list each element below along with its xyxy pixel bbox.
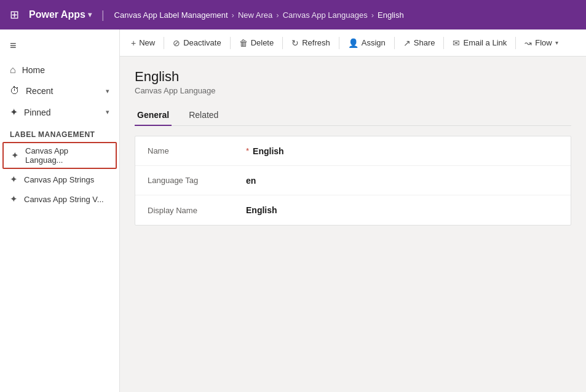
entity-languages-icon: ✦ bbox=[11, 150, 19, 161]
delete-button[interactable]: 🗑 Delete bbox=[233, 34, 280, 52]
delete-icon: 🗑 bbox=[239, 38, 248, 48]
pinned-icon: ✦ bbox=[10, 106, 18, 118]
home-icon: ⌂ bbox=[10, 65, 16, 76]
cmd-sep-2 bbox=[230, 37, 231, 49]
field-label-display-name: Display Name bbox=[148, 206, 246, 215]
new-label: New bbox=[139, 38, 155, 47]
waffle-icon[interactable]: ⊞ bbox=[7, 6, 22, 24]
record-area: English Canvas App Language General Rela… bbox=[120, 57, 586, 392]
brand-logo[interactable]: Power Apps ▾ bbox=[29, 9, 92, 20]
share-label: Share bbox=[414, 38, 435, 47]
assign-label: Assign bbox=[362, 38, 386, 47]
breadcrumb-sep-2: › bbox=[276, 10, 279, 20]
sidebar-item-pinned[interactable]: ✦ Pinned ▾ bbox=[0, 101, 119, 123]
sidebar-item-canvas-app-strings[interactable]: ✦ Canvas App Strings bbox=[0, 170, 119, 189]
cmd-sep-3 bbox=[282, 37, 283, 49]
delete-label: Delete bbox=[251, 38, 274, 47]
breadcrumb-item-1[interactable]: New Area bbox=[238, 10, 272, 20]
form-row-name: Name * English bbox=[135, 136, 571, 166]
deactivate-icon: ⊘ bbox=[173, 38, 180, 48]
breadcrumb-item-2[interactable]: Canvas App Languages bbox=[283, 10, 368, 20]
flow-chevron-icon: ▾ bbox=[555, 39, 558, 46]
share-button[interactable]: ↗ Share bbox=[397, 34, 441, 52]
sidebar-toggle-button[interactable]: ≡ bbox=[0, 34, 119, 57]
refresh-label: Refresh bbox=[302, 38, 330, 47]
cmd-sep-1 bbox=[164, 37, 164, 49]
recent-icon: ⏱ bbox=[10, 85, 20, 96]
assign-icon: 👤 bbox=[348, 38, 358, 48]
deactivate-label: Deactivate bbox=[183, 38, 221, 47]
main-content: + New ⊘ Deactivate 🗑 Delete ↻ Refresh 👤 … bbox=[120, 29, 586, 392]
sidebar-section-label: Label Management bbox=[0, 123, 119, 141]
flow-button[interactable]: ↝ Flow ▾ bbox=[518, 34, 564, 52]
form-row-language-tag: Language Tag en bbox=[135, 166, 571, 195]
sidebar-item-canvas-app-languages[interactable]: ✦ Canvas App Languag... bbox=[2, 142, 117, 169]
entity-strings-icon: ✦ bbox=[10, 174, 18, 185]
email-icon: ✉ bbox=[453, 38, 460, 48]
record-title: English bbox=[135, 69, 571, 85]
command-bar: + New ⊘ Deactivate 🗑 Delete ↻ Refresh 👤 … bbox=[120, 29, 586, 57]
pinned-chevron-icon: ▾ bbox=[106, 108, 109, 116]
sidebar-item-canvas-app-string-v[interactable]: ✦ Canvas App String V... bbox=[0, 189, 119, 209]
field-label-language-tag: Language Tag bbox=[148, 176, 246, 185]
refresh-icon: ↻ bbox=[291, 38, 299, 48]
brand-name: Power Apps bbox=[29, 9, 85, 20]
app-layout: ≡ ⌂ Home ⏱ Recent ▾ ✦ Pinned ▾ Label Man… bbox=[0, 29, 586, 392]
share-icon: ↗ bbox=[403, 38, 411, 48]
form-row-display-name: Display Name English bbox=[135, 195, 571, 225]
entity-languages-label: Canvas App Languag... bbox=[25, 146, 108, 165]
sidebar-recent-label: Recent bbox=[26, 86, 53, 96]
breadcrumb: Canvas App Label Management › New Area ›… bbox=[114, 10, 404, 20]
flow-label: Flow bbox=[535, 38, 552, 47]
cmd-sep-6 bbox=[443, 37, 444, 49]
sidebar-home-label: Home bbox=[22, 65, 45, 75]
email-link-button[interactable]: ✉ Email a Link bbox=[446, 34, 513, 52]
sidebar-item-home[interactable]: ⌂ Home bbox=[0, 60, 119, 80]
record-tabs: General Related bbox=[135, 105, 571, 126]
sidebar: ≡ ⌂ Home ⏱ Recent ▾ ✦ Pinned ▾ Label Man… bbox=[0, 29, 120, 392]
new-icon: + bbox=[131, 38, 136, 48]
tab-general[interactable]: General bbox=[135, 105, 172, 126]
field-value-name[interactable]: English bbox=[253, 146, 284, 156]
flow-icon: ↝ bbox=[525, 38, 532, 48]
new-button[interactable]: + New bbox=[125, 34, 161, 52]
breadcrumb-item-3: English bbox=[378, 10, 404, 20]
top-bar: ⊞ Power Apps ▾ | Canvas App Label Manage… bbox=[0, 0, 586, 29]
sidebar-pinned-label: Pinned bbox=[24, 108, 51, 117]
recent-chevron-icon: ▾ bbox=[106, 87, 109, 95]
required-indicator-name: * bbox=[246, 146, 249, 155]
entity-strings-label: Canvas App Strings bbox=[24, 175, 94, 184]
cmd-sep-4 bbox=[339, 37, 339, 49]
tab-related[interactable]: Related bbox=[186, 105, 221, 126]
deactivate-button[interactable]: ⊘ Deactivate bbox=[167, 34, 227, 52]
field-value-display-name[interactable]: English bbox=[246, 205, 277, 215]
topbar-separator: | bbox=[101, 9, 105, 22]
entity-stringv-icon: ✦ bbox=[10, 194, 18, 205]
app-name-label: Canvas App Label Management bbox=[114, 10, 228, 20]
form-card: Name * English Language Tag en Display N… bbox=[135, 136, 571, 225]
refresh-button[interactable]: ↻ Refresh bbox=[285, 34, 336, 52]
brand-chevron-icon: ▾ bbox=[88, 10, 92, 19]
field-value-language-tag[interactable]: en bbox=[246, 176, 256, 186]
field-label-name: Name bbox=[148, 146, 246, 155]
entity-stringv-label: Canvas App String V... bbox=[24, 195, 104, 204]
sidebar-item-recent[interactable]: ⏱ Recent ▾ bbox=[0, 80, 119, 101]
breadcrumb-sep-1: › bbox=[232, 10, 234, 20]
breadcrumb-sep-3: › bbox=[371, 10, 374, 20]
cmd-sep-7 bbox=[515, 37, 516, 49]
cmd-sep-5 bbox=[394, 37, 395, 49]
record-subtitle: Canvas App Language bbox=[135, 86, 571, 95]
assign-button[interactable]: 👤 Assign bbox=[342, 34, 392, 52]
email-link-label: Email a Link bbox=[463, 38, 507, 47]
